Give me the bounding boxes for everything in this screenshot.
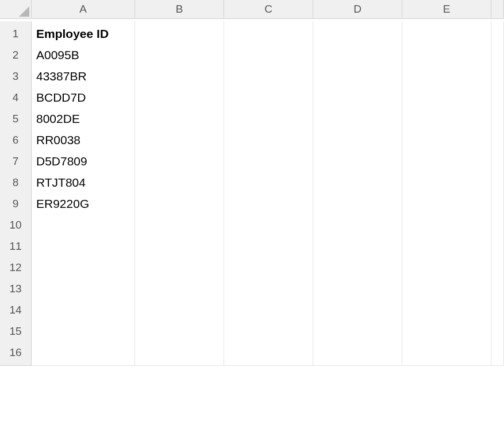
column-header-b[interactable]: B xyxy=(135,0,224,19)
column-header-e[interactable]: E xyxy=(402,0,491,19)
spreadsheet-grid: A B C D E 1 Employee ID 2 A0095B 3 43387… xyxy=(0,0,504,361)
row-header-16[interactable]: 16 xyxy=(0,340,32,366)
select-all-corner[interactable] xyxy=(0,0,32,19)
cell-c16[interactable] xyxy=(224,340,313,366)
column-header-partial[interactable] xyxy=(491,0,504,19)
cell-b16[interactable] xyxy=(135,340,224,366)
cell-f16[interactable] xyxy=(491,340,504,366)
column-header-a[interactable]: A xyxy=(32,0,135,19)
cell-d16[interactable] xyxy=(313,340,402,366)
cell-e16[interactable] xyxy=(402,340,491,366)
cell-a16[interactable] xyxy=(32,340,135,366)
column-header-c[interactable]: C xyxy=(224,0,313,19)
column-header-d[interactable]: D xyxy=(313,0,402,19)
